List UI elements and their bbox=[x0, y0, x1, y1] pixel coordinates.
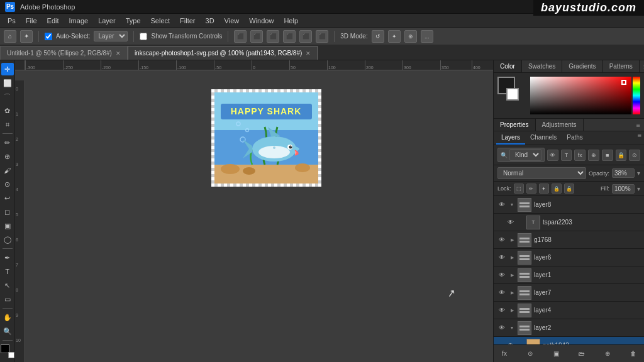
menu-view[interactable]: View bbox=[219, 16, 245, 26]
layer-item-g1768[interactable]: 👁 g1768 bbox=[494, 231, 644, 249]
pen-tool[interactable]: ✒ bbox=[1, 251, 14, 264]
type-tool[interactable]: T bbox=[1, 265, 14, 278]
visibility-layer8[interactable]: 👁 bbox=[497, 200, 506, 209]
lasso-tool[interactable]: ⌒ bbox=[1, 90, 14, 103]
background-swatch[interactable] bbox=[506, 88, 519, 101]
tab-properties[interactable]: Properties bbox=[494, 119, 536, 131]
layer-item-layer2[interactable]: 👁 layer2 bbox=[494, 319, 644, 337]
visibility-layer6[interactable]: 👁 bbox=[497, 253, 506, 262]
layer-item-path1943[interactable]: 👁 path1943 bbox=[494, 337, 644, 344]
layer-item-layer8[interactable]: 👁 layer8 bbox=[494, 196, 644, 214]
color-panel-menu[interactable]: ≡ bbox=[640, 63, 644, 70]
hand-tool[interactable]: ✋ bbox=[1, 311, 14, 324]
move-tool-option[interactable]: ✦ bbox=[20, 30, 33, 43]
prop-panel-menu[interactable]: ≡ bbox=[633, 121, 644, 129]
visibility-layer7[interactable]: 👁 bbox=[497, 288, 506, 297]
layer-select[interactable]: Layer Group bbox=[94, 31, 128, 41]
opacity-dropdown[interactable]: ▾ bbox=[637, 170, 640, 177]
tab-inkscape-close[interactable]: ✕ bbox=[306, 50, 311, 57]
expand-layer1[interactable] bbox=[509, 272, 515, 278]
opacity-input[interactable] bbox=[612, 168, 635, 178]
align-left[interactable]: ⬛ bbox=[234, 30, 247, 43]
layer-adjustment-btn[interactable]: ▣ bbox=[550, 348, 562, 359]
canvas-container[interactable]: HAPPY SHARK ↗ bbox=[35, 70, 493, 362]
tab-gradients[interactable]: Gradients bbox=[562, 60, 602, 72]
layer-visibility-btn[interactable]: 👁 bbox=[547, 150, 558, 161]
lock-move[interactable]: ✦ bbox=[539, 184, 549, 194]
menu-layer[interactable]: Layer bbox=[93, 16, 121, 26]
lock-draw[interactable]: ✏ bbox=[526, 184, 536, 194]
layer-group-btn[interactable]: 🗁 bbox=[576, 348, 587, 359]
menu-file[interactable]: File bbox=[21, 16, 42, 26]
visibility-g1768[interactable]: 👁 bbox=[497, 236, 506, 244]
layer-item-tspan2203[interactable]: 👁 T tspan2203 bbox=[494, 214, 644, 231]
layer-artboard-btn[interactable]: ⊙ bbox=[629, 150, 640, 161]
rectangular-select-tool[interactable]: ⬜ bbox=[1, 77, 14, 89]
menu-edit[interactable]: Edit bbox=[42, 16, 64, 26]
layer-smart-btn[interactable]: 🔒 bbox=[616, 150, 627, 161]
visibility-layer2[interactable]: 👁 bbox=[497, 324, 506, 332]
clone-stamp-tool[interactable]: ⊙ bbox=[1, 178, 14, 190]
layer-new-btn[interactable]: ⊕ bbox=[602, 348, 613, 359]
menu-ps[interactable]: Ps bbox=[3, 16, 21, 26]
expand-g1768[interactable] bbox=[509, 237, 515, 243]
layer-delete-btn[interactable]: 🗑 bbox=[628, 348, 639, 359]
background-color[interactable] bbox=[8, 352, 14, 358]
lock-pixels[interactable]: ⬚ bbox=[514, 184, 524, 194]
align-bottom[interactable]: ⬛ bbox=[316, 30, 328, 43]
expand-layer8[interactable] bbox=[509, 202, 515, 208]
tab-untitled[interactable]: Untitled-1 @ 50% (Ellipse 2, RGB/8#) ✕ bbox=[0, 46, 128, 60]
eraser-tool[interactable]: ◻ bbox=[1, 206, 14, 218]
tab-swatches[interactable]: Swatches bbox=[522, 60, 562, 72]
healing-brush-tool[interactable]: ⊕ bbox=[1, 150, 14, 163]
layer-item-layer4[interactable]: 👁 layer4 bbox=[494, 302, 644, 319]
tab-color[interactable]: Color bbox=[494, 60, 522, 72]
layer-fx-btn[interactable]: fx bbox=[499, 348, 510, 359]
layer-effect-btn[interactable]: fx bbox=[574, 150, 586, 161]
layer-type-btn[interactable]: T bbox=[561, 150, 572, 161]
visibility-layer4[interactable]: 👁 bbox=[497, 306, 506, 315]
subtab-layers[interactable]: Layers bbox=[496, 131, 525, 145]
subtab-menu[interactable]: ≡ bbox=[638, 131, 641, 145]
3d-zoom[interactable]: ⊕ bbox=[404, 30, 417, 43]
auto-select-checkbox[interactable] bbox=[45, 33, 52, 40]
align-right[interactable]: ⬛ bbox=[267, 30, 279, 43]
layer-color-btn[interactable]: ■ bbox=[602, 150, 613, 161]
quick-select-tool[interactable]: ✿ bbox=[1, 104, 14, 117]
menu-filter[interactable]: Filter bbox=[175, 16, 200, 26]
layer-mode-btn[interactable]: ⊕ bbox=[588, 150, 599, 161]
fill-input[interactable] bbox=[612, 184, 635, 194]
history-brush-tool[interactable]: ↩ bbox=[1, 192, 14, 204]
menu-window[interactable]: Window bbox=[244, 16, 279, 26]
color-spectrum[interactable] bbox=[633, 77, 640, 114]
lock-artboards[interactable]: 🔒 bbox=[552, 184, 562, 194]
expand-layer2[interactable] bbox=[509, 325, 515, 331]
menu-select[interactable]: Select bbox=[146, 16, 175, 26]
brush-tool[interactable]: 🖌 bbox=[1, 164, 14, 177]
align-top[interactable]: ⬛ bbox=[283, 30, 296, 43]
tab-patterns[interactable]: Patterns bbox=[603, 60, 640, 72]
expand-layer6[interactable] bbox=[509, 255, 515, 261]
zoom-tool[interactable]: 🔍 bbox=[1, 325, 14, 337]
subtab-paths[interactable]: Paths bbox=[562, 131, 588, 145]
gradient-tool[interactable]: ▣ bbox=[1, 219, 14, 232]
menu-3d[interactable]: 3D bbox=[201, 16, 219, 26]
transform-checkbox[interactable] bbox=[140, 33, 147, 40]
tab-untitled-close[interactable]: ✕ bbox=[116, 50, 121, 57]
expand-layer7[interactable] bbox=[509, 290, 515, 296]
3d-rotate[interactable]: ↺ bbox=[372, 30, 384, 43]
menu-type[interactable]: Type bbox=[121, 16, 146, 26]
path-select-tool[interactable]: ↖ bbox=[1, 279, 14, 292]
layer-item-layer6[interactable]: 👁 layer6 bbox=[494, 249, 644, 266]
subtab-channels[interactable]: Channels bbox=[525, 131, 562, 145]
crop-tool[interactable]: ⌗ bbox=[1, 118, 14, 131]
expand-layer4[interactable] bbox=[509, 307, 515, 314]
tab-adjustments[interactable]: Adjustments bbox=[536, 119, 584, 131]
shape-tool[interactable]: ▭ bbox=[1, 293, 14, 305]
align-center[interactable]: ⬛ bbox=[250, 30, 263, 43]
layer-item-layer1[interactable]: 👁 layer1 bbox=[494, 266, 644, 284]
3d-pan[interactable]: ✦ bbox=[388, 30, 401, 43]
menu-image[interactable]: Image bbox=[64, 16, 94, 26]
layer-item-layer7[interactable]: 👁 layer7 bbox=[494, 284, 644, 302]
visibility-tspan2203[interactable]: 👁 bbox=[506, 218, 515, 227]
